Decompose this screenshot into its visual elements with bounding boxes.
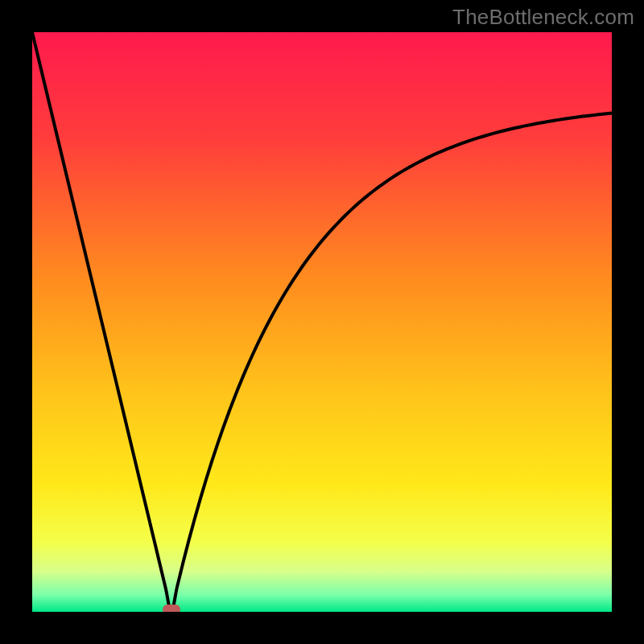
plot-area — [32, 32, 612, 612]
attribution-label: TheBottleneck.com — [452, 5, 634, 30]
min-marker-icon — [163, 605, 180, 612]
chart-frame: TheBottleneck.com — [0, 0, 644, 644]
bottleneck-curve — [32, 32, 612, 612]
